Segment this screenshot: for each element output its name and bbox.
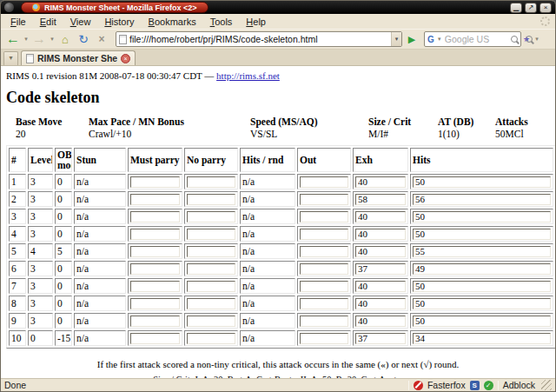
- titlebar[interactable]: RIMS Monster Sheet - Mozilla Firefox <2>…: [1, 1, 555, 14]
- hits-input[interactable]: [413, 263, 551, 275]
- cell-stun: n/a: [74, 296, 126, 311]
- location-bar[interactable]: ▾: [116, 31, 402, 47]
- search-engine-icon[interactable]: G: [427, 35, 434, 44]
- quick-find[interactable]: ★ ▾: [526, 36, 540, 43]
- cell-num: 7: [9, 278, 26, 294]
- cell-level: 0: [28, 330, 53, 346]
- must-parry-input[interactable]: [130, 316, 180, 327]
- cell-hits-rnd: n/a: [240, 278, 295, 294]
- no-parry-input[interactable]: [187, 263, 235, 275]
- out-input[interactable]: [300, 263, 348, 275]
- exh-input[interactable]: [355, 333, 406, 344]
- hits-input[interactable]: [413, 316, 551, 327]
- url-history-dropdown-icon[interactable]: ▾: [391, 32, 401, 46]
- out-input[interactable]: [300, 281, 348, 292]
- must-parry-input[interactable]: [130, 333, 180, 344]
- hits-input[interactable]: [413, 194, 551, 205]
- hits-input[interactable]: [413, 246, 551, 257]
- search-input[interactable]: [445, 34, 509, 44]
- url-input[interactable]: [129, 33, 388, 45]
- rims-link[interactable]: http://rims.sf.net: [216, 70, 280, 81]
- out-input[interactable]: [300, 211, 348, 223]
- hits-input[interactable]: [413, 176, 551, 188]
- forward-icon[interactable]: →: [30, 30, 48, 48]
- exh-input[interactable]: [355, 263, 406, 275]
- quick-find-magnifier-icon[interactable]: [526, 36, 533, 43]
- must-parry-input[interactable]: [130, 211, 180, 223]
- go-button[interactable]: ▶: [403, 31, 420, 47]
- tab-close-icon[interactable]: ×: [121, 54, 130, 63]
- menu-edit[interactable]: Edit: [33, 16, 63, 28]
- search-engine-dropdown-icon[interactable]: ▾: [436, 36, 443, 43]
- maximize-button[interactable]: ↗: [525, 3, 537, 13]
- must-parry-input[interactable]: [130, 246, 180, 257]
- exh-input[interactable]: [355, 246, 406, 257]
- menu-file[interactable]: File: [3, 16, 33, 28]
- exh-input[interactable]: [355, 298, 406, 309]
- menu-bookmarks[interactable]: Bookmarks: [142, 16, 203, 28]
- addon-s-icon[interactable]: S: [470, 381, 480, 390]
- menu-history[interactable]: History: [97, 16, 141, 28]
- must-parry-input[interactable]: [130, 176, 180, 188]
- exh-input[interactable]: [355, 316, 406, 327]
- no-parry-input[interactable]: [187, 281, 235, 292]
- stop-icon[interactable]: ×: [93, 30, 110, 48]
- close-button[interactable]: ×: [539, 3, 552, 13]
- no-parry-input[interactable]: [187, 316, 235, 327]
- hits-input[interactable]: [413, 211, 551, 223]
- hits-input[interactable]: [413, 333, 551, 344]
- resize-grip[interactable]: [541, 380, 552, 390]
- no-parry-input[interactable]: [187, 229, 235, 240]
- minimize-button[interactable]: ▁: [510, 3, 522, 13]
- menu-tools[interactable]: Tools: [203, 16, 240, 28]
- exh-input[interactable]: [355, 194, 406, 205]
- out-input[interactable]: [300, 298, 348, 309]
- no-parry-input[interactable]: [187, 211, 235, 223]
- hits-input[interactable]: [413, 229, 551, 240]
- cell-ob-mod: 0: [55, 191, 72, 207]
- no-parry-input[interactable]: [187, 333, 235, 344]
- cell-stun: n/a: [74, 243, 126, 259]
- no-parry-input[interactable]: [187, 298, 235, 309]
- out-input[interactable]: [300, 246, 348, 257]
- no-parry-input[interactable]: [187, 176, 235, 188]
- out-input[interactable]: [300, 176, 348, 188]
- out-input[interactable]: [300, 316, 348, 327]
- cell-num: 1: [9, 174, 26, 189]
- must-parry-input[interactable]: [130, 194, 180, 205]
- out-input[interactable]: [300, 333, 348, 344]
- exh-input[interactable]: [355, 281, 406, 292]
- tab-list-icon[interactable]: ▾: [3, 51, 18, 65]
- no-parry-input[interactable]: [187, 194, 235, 205]
- out-input[interactable]: [300, 229, 348, 240]
- forward-dropdown-icon[interactable]: ▾: [49, 30, 56, 48]
- page-title: Code skeleton: [6, 89, 550, 107]
- fasterfox-label[interactable]: Fasterfox: [427, 380, 466, 390]
- menu-help[interactable]: Help: [239, 16, 273, 28]
- hits-input[interactable]: [413, 281, 551, 292]
- exh-input[interactable]: [355, 211, 406, 223]
- must-parry-input[interactable]: [130, 281, 180, 292]
- back-dropdown-icon[interactable]: ▾: [23, 30, 30, 48]
- no-parry-input[interactable]: [187, 246, 235, 257]
- must-parry-input[interactable]: [130, 263, 180, 275]
- must-parry-input[interactable]: [130, 229, 180, 240]
- window-menu-icon[interactable]: [4, 3, 14, 12]
- must-parry-input[interactable]: [130, 298, 180, 309]
- hits-input[interactable]: [413, 298, 551, 309]
- addon-check-icon[interactable]: ✓: [484, 381, 493, 390]
- adblock-label[interactable]: Adblock: [503, 380, 535, 390]
- cell-stun: n/a: [74, 174, 126, 189]
- adblock-blocked-icon[interactable]: [414, 381, 423, 390]
- home-icon[interactable]: ⌂: [56, 30, 74, 48]
- tab-rims-monster-sheet[interactable]: RIMS Monster Sheet ×: [21, 50, 136, 65]
- search-bar[interactable]: G ▾: [424, 31, 521, 47]
- menu-view[interactable]: View: [63, 16, 98, 28]
- search-magnifier-icon[interactable]: [511, 36, 518, 43]
- reload-icon[interactable]: ↻: [75, 30, 92, 48]
- exh-input[interactable]: [355, 229, 406, 240]
- quick-find-dropdown-icon[interactable]: ▾: [533, 36, 540, 43]
- out-input[interactable]: [300, 194, 348, 205]
- exh-input[interactable]: [355, 176, 406, 188]
- back-icon[interactable]: ←: [4, 30, 22, 48]
